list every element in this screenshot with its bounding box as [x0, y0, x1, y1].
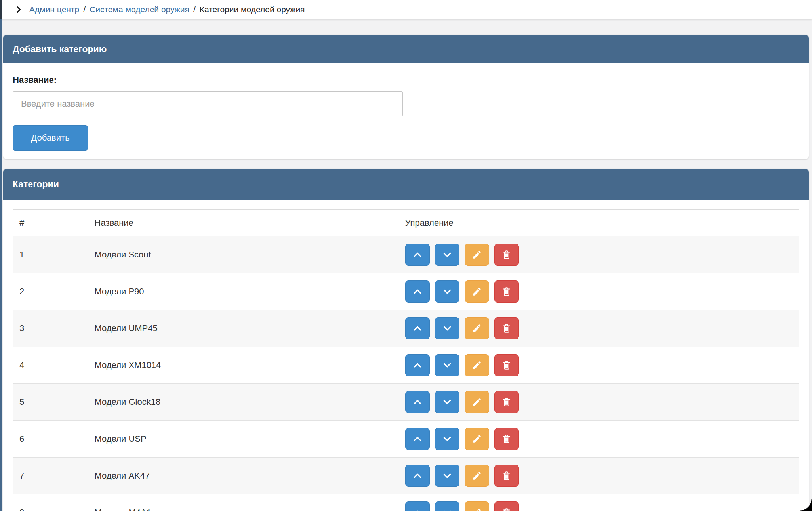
table-row: 4 Модели XM1014	[13, 347, 799, 384]
breadcrumb-current-page: Категории моделей оружия	[200, 5, 305, 14]
delete-button[interactable]	[494, 317, 519, 339]
move-down-button[interactable]	[435, 465, 459, 487]
sidebar-edge-strip	[0, 0, 2, 511]
chevron-down-icon	[442, 507, 452, 511]
delete-button[interactable]	[494, 465, 519, 487]
chevron-down-icon	[442, 323, 452, 334]
trash-icon	[501, 286, 512, 297]
pencil-icon	[472, 323, 482, 334]
column-header-number: #	[13, 210, 88, 236]
screen-corner-artifact	[800, 499, 812, 511]
edit-button[interactable]	[465, 465, 489, 487]
move-down-button[interactable]	[435, 317, 459, 339]
row-number: 7	[13, 458, 88, 494]
chevron-down-icon	[442, 250, 452, 260]
trash-icon	[501, 250, 512, 260]
column-header-actions: Управление	[405, 210, 799, 236]
row-name: Модели XM1014	[88, 347, 405, 384]
chevron-up-icon	[412, 471, 423, 481]
move-down-button[interactable]	[435, 354, 459, 376]
move-down-button[interactable]	[435, 391, 459, 413]
move-up-button[interactable]	[405, 465, 430, 487]
row-name: Модели M4A1	[88, 494, 405, 511]
row-number: 4	[13, 347, 88, 384]
move-down-button[interactable]	[435, 244, 459, 266]
chevron-up-icon	[412, 286, 423, 297]
table-row: 1 Модели Scout	[13, 236, 799, 273]
edit-button[interactable]	[465, 244, 489, 266]
name-label: Название:	[13, 74, 799, 86]
delete-button[interactable]	[494, 501, 519, 511]
row-number: 8	[13, 494, 88, 511]
row-actions	[405, 354, 793, 376]
row-name: Модели P90	[88, 273, 405, 310]
trash-icon	[501, 397, 512, 407]
row-number: 3	[13, 310, 88, 347]
breadcrumb-link-admin-center[interactable]: Админ центр	[29, 5, 79, 14]
row-name: Модели USP	[88, 421, 405, 458]
row-name: Модели Glock18	[88, 384, 405, 421]
table-row: 8 Модели M4A1	[13, 494, 799, 511]
row-name: Модели Scout	[88, 236, 405, 273]
chevron-down-icon	[442, 286, 452, 297]
chevron-up-icon	[412, 323, 423, 334]
edit-button[interactable]	[465, 280, 489, 303]
breadcrumb-chevron-icon	[14, 5, 23, 14]
delete-button[interactable]	[494, 280, 519, 303]
move-up-button[interactable]	[405, 244, 430, 266]
edit-button[interactable]	[465, 501, 489, 511]
move-down-button[interactable]	[435, 501, 459, 511]
chevron-down-icon	[442, 397, 452, 407]
move-down-button[interactable]	[435, 428, 459, 450]
edit-button[interactable]	[465, 428, 489, 450]
edit-button[interactable]	[465, 354, 489, 376]
trash-icon	[501, 360, 512, 370]
add-category-button[interactable]: Добавить	[13, 125, 88, 151]
row-name: Модели AK47	[88, 458, 405, 494]
move-up-button[interactable]	[405, 428, 430, 450]
categories-table: # Название Управление 1 Модели Scout	[13, 209, 799, 511]
delete-button[interactable]	[494, 354, 519, 376]
categories-panel-title: Категории	[3, 169, 809, 200]
breadcrumb-separator: /	[83, 5, 86, 14]
pencil-icon	[472, 250, 482, 260]
table-header-row: # Название Управление	[13, 210, 799, 236]
breadcrumb-link-weapon-model-system[interactable]: Система моделей оружия	[90, 5, 189, 14]
move-up-button[interactable]	[405, 391, 430, 413]
category-name-input[interactable]	[13, 91, 403, 116]
chevron-up-icon	[412, 507, 423, 511]
delete-button[interactable]	[494, 391, 519, 413]
chevron-up-icon	[412, 360, 423, 370]
add-category-panel: Добавить категорию Название: Добавить	[3, 35, 809, 159]
row-actions	[405, 280, 793, 303]
edit-button[interactable]	[465, 391, 489, 413]
row-actions	[405, 465, 793, 487]
table-row: 6 Модели USP	[13, 421, 799, 458]
categories-panel: Категории # Название Управление 1 Модели…	[3, 169, 809, 511]
row-actions	[405, 317, 793, 339]
chevron-up-icon	[412, 250, 423, 260]
trash-icon	[501, 507, 512, 511]
row-actions	[405, 391, 793, 413]
move-down-button[interactable]	[435, 280, 459, 303]
pencil-icon	[472, 434, 482, 444]
pencil-icon	[472, 471, 482, 481]
breadcrumb-separator: /	[193, 5, 196, 14]
table-row: 7 Модели AK47	[13, 458, 799, 494]
move-up-button[interactable]	[405, 317, 430, 339]
move-up-button[interactable]	[405, 501, 430, 511]
chevron-down-icon	[442, 471, 452, 481]
column-header-name: Название	[88, 210, 405, 236]
trash-icon	[501, 471, 512, 481]
row-number: 5	[13, 384, 88, 421]
pencil-icon	[472, 286, 482, 297]
edit-button[interactable]	[465, 317, 489, 339]
delete-button[interactable]	[494, 244, 519, 266]
pencil-icon	[472, 360, 482, 370]
row-number: 6	[13, 421, 88, 458]
move-up-button[interactable]	[405, 280, 430, 303]
move-up-button[interactable]	[405, 354, 430, 376]
chevron-down-icon	[442, 434, 452, 444]
delete-button[interactable]	[494, 428, 519, 450]
row-number: 1	[13, 236, 88, 273]
